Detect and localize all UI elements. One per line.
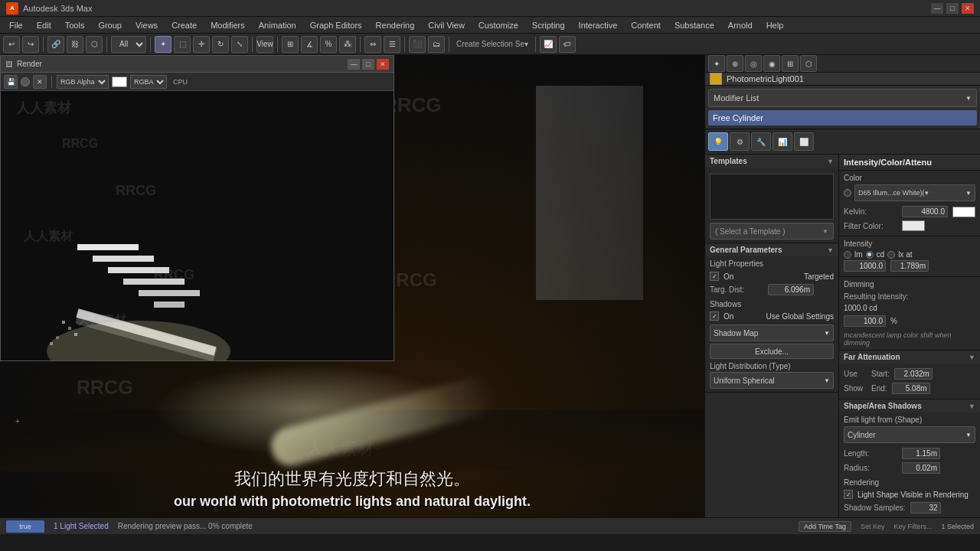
far-attenuation-title[interactable]: Far Attenuation ▼ [839,350,980,364]
exclude-button[interactable]: Exclude... [710,344,834,359]
menu-create[interactable]: Create [165,19,203,31]
scene-explorer[interactable]: 🗂 [428,36,445,53]
dimming-percent-input[interactable] [844,315,886,327]
intensity-value-input[interactable] [844,260,886,272]
set-key-label[interactable]: Set Key [861,523,885,530]
close-button[interactable]: ✕ [962,3,974,14]
shape-type-dropdown[interactable]: Cylinder ▼ [844,426,975,443]
shadow-map-dropdown[interactable]: Shadow Map ▼ [710,324,834,341]
maximize-button[interactable]: □ [946,3,959,14]
targ-dist-value[interactable]: 6.096m [768,284,814,295]
unlink-button[interactable]: ⛓ [67,36,83,53]
shadow-samples-input[interactable] [910,502,941,514]
render-restore-button[interactable]: □ [362,59,374,70]
atten-end-input[interactable] [892,383,930,394]
viewport-area[interactable]: 人人素材 RRCG 人人素材 RRCG RRCG RRCG 人人素材 RRCG … [0,55,704,517]
shape-area-title[interactable]: Shape/Area Shadows ▼ [839,399,980,412]
menu-interactive[interactable]: Interactive [573,19,624,31]
key-filters-label[interactable]: Key Filters... [893,523,932,530]
param-tab-light[interactable]: 💡 [708,132,728,151]
menu-content[interactable]: Content [625,19,667,31]
add-time-tag-button[interactable]: Add Time Tag [799,521,851,532]
panel-icon-5[interactable]: ⊞ [782,55,799,72]
shape-area-collapse[interactable]: ▼ [969,403,975,410]
atten-start-input[interactable] [894,368,933,380]
menu-scripting[interactable]: Scripting [526,19,571,31]
menu-substance[interactable]: Substance [668,19,720,31]
percent-snap[interactable]: % [320,36,337,53]
angle-snap[interactable]: ∡ [301,36,318,53]
object-color-swatch[interactable] [710,73,722,85]
render-window[interactable]: 🖼 Render — □ ✕ 💾 ✕ RGB Alpha [0,55,394,361]
template-dropdown[interactable]: ( Select a Template ) ▼ [710,223,834,240]
filter-dropdown[interactable]: All [111,36,146,53]
shadow-on-checkbox[interactable] [710,311,719,321]
menu-graph-editors[interactable]: Graph Editors [304,19,368,31]
menu-group[interactable]: Group [92,19,128,31]
param-tab-chart[interactable]: 📊 [773,132,792,151]
intensity-at-input[interactable] [890,260,929,272]
render-save-button[interactable]: 💾 [4,75,18,89]
panel-icon-1[interactable]: ✦ [708,55,725,72]
light-dist-dropdown[interactable]: Uniform Spherical ▼ [710,372,834,389]
panel-icon-6[interactable]: ⬡ [800,55,817,72]
named-selections[interactable]: 🏷 [559,36,576,53]
undo-button[interactable]: ↩ [3,36,20,53]
render-close-button[interactable]: ✕ [377,59,389,70]
mirror-button[interactable]: ⇔ [364,36,381,53]
align-button[interactable]: ☰ [384,36,400,53]
menu-tools[interactable]: Tools [59,19,91,31]
channel-selector[interactable]: RGB Alpha [57,75,109,89]
menu-rendering[interactable]: Rendering [370,19,421,31]
bind-button[interactable]: ⬡ [86,36,103,53]
view-select[interactable]: View [256,36,273,53]
light-on-checkbox[interactable] [710,272,719,281]
free-cylinder-item[interactable]: Free Cylinder [708,110,977,126]
select-move-button[interactable]: ✛ [193,36,210,53]
modifier-list-dropdown[interactable]: Modifier List ▼ [708,89,977,107]
light-shape-visible-checkbox[interactable] [844,490,853,499]
param-tab-settings[interactable]: ⚙ [730,132,750,151]
lxat-radio[interactable] [887,251,895,259]
panel-icon-4[interactable]: ◉ [763,55,780,72]
minimize-button[interactable]: — [931,3,943,14]
templates-section-title[interactable]: Templates ▼ [705,155,838,168]
render-stop-button[interactable]: ✕ [33,75,47,89]
kelvin-color-swatch[interactable] [952,207,975,217]
cd-radio[interactable] [866,251,874,259]
menu-edit[interactable]: Edit [31,19,57,31]
menu-arnold[interactable]: Arnold [722,19,759,31]
length-input[interactable] [902,448,940,459]
menu-civil-view[interactable]: Civil View [422,19,470,31]
templates-collapse[interactable]: ▼ [827,158,834,165]
render-option-1[interactable] [21,77,30,86]
redo-button[interactable]: ↪ [22,36,39,53]
kelvin-input[interactable] [902,206,948,217]
panel-icon-2[interactable]: ⊕ [727,55,743,72]
general-params-collapse[interactable]: ▼ [827,246,834,254]
radius-input[interactable] [902,462,940,474]
snap-toggle[interactable]: ⊞ [282,36,299,53]
menu-animation[interactable]: Animation [253,19,302,31]
link-button[interactable]: 🔗 [47,36,64,53]
render-minimize-button[interactable]: — [348,59,360,70]
menu-help[interactable]: Help [760,19,790,31]
far-atten-collapse[interactable]: ▼ [969,354,975,361]
rotate-button[interactable]: ↻ [212,36,229,53]
scale-button[interactable]: ⤡ [231,36,248,53]
filter-color-swatch[interactable] [902,220,925,231]
spinner-snap[interactable]: ⁂ [339,36,356,53]
menu-file[interactable]: File [3,19,29,31]
param-tab-shape[interactable]: ⬜ [794,132,814,151]
color-radio[interactable] [844,189,851,197]
general-params-title[interactable]: General Parameters ▼ [705,243,838,256]
color-preset-dropdown[interactable]: D65 Illum...ce White)(▾ ▼ [854,184,975,201]
menu-modifiers[interactable]: Modifiers [204,19,251,31]
lm-radio[interactable] [844,251,851,259]
channel-color-swatch[interactable] [112,77,127,87]
region-select-button[interactable]: ⬚ [174,36,191,53]
menu-customize[interactable]: Customize [472,19,524,31]
menu-views[interactable]: Views [129,19,164,31]
curve-editor[interactable]: 📈 [540,36,557,53]
select-button[interactable]: ✦ [155,36,172,53]
